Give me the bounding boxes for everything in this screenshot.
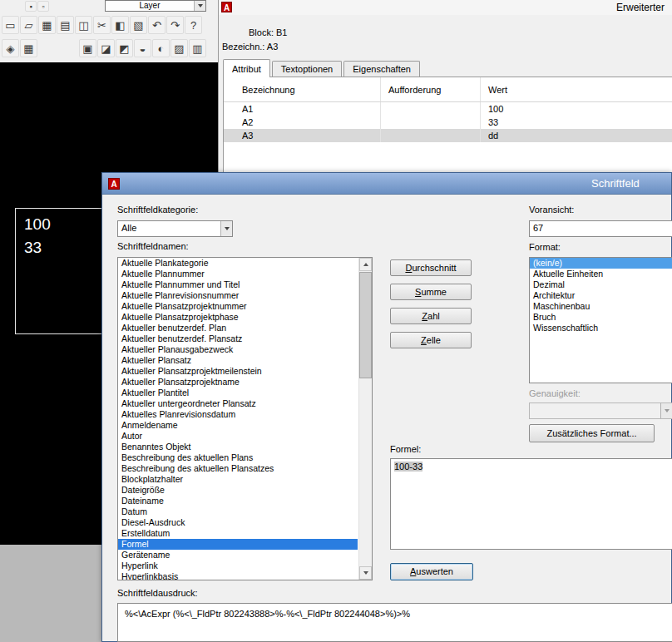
field-name-item[interactable]: Beschreibung des aktuellen Plans <box>118 452 358 463</box>
tab-textoptionen[interactable]: Textoptionen <box>272 61 342 77</box>
snap-icon[interactable]: ◈ <box>2 39 19 57</box>
layer-off-icon[interactable]: ▨ <box>170 39 188 57</box>
table-cell: A1 <box>224 104 380 114</box>
layer-properties-icon[interactable]: ▣ <box>79 39 96 57</box>
toolbar-row-2-left: ◈▦ <box>2 39 37 57</box>
scroll-down-icon[interactable] <box>359 566 372 580</box>
cut-icon[interactable]: ✂ <box>93 16 111 34</box>
field-category-label: Schriftfeldkategorie: <box>117 205 198 215</box>
field-name-item[interactable]: Aktuelle Plannummer und Titel <box>118 279 358 290</box>
layer-walk-icon[interactable]: ▥ <box>189 39 206 57</box>
field-expression-label: Schriftfeldausdruck: <box>117 588 198 598</box>
open-file-icon[interactable]: ▱ <box>20 16 37 34</box>
field-name-item[interactable]: Aktueller Plansatzprojektmeilenstein <box>118 366 358 377</box>
layer-lock-icon[interactable]: ◐ <box>152 39 170 57</box>
additional-format-button[interactable]: Zusätzliches Format... <box>529 424 655 442</box>
field-name-item[interactable]: Benanntes Objekt <box>118 442 358 452</box>
field-name-item[interactable]: Autor <box>118 431 358 442</box>
format-item[interactable]: (kein/e) <box>530 258 672 269</box>
layer-freeze-icon[interactable]: ◒ <box>134 39 151 57</box>
column-header[interactable]: Wert <box>480 77 672 101</box>
field-name-item[interactable]: Erstelldatum <box>118 528 358 539</box>
field-name-item[interactable]: Aktueller Plansatzprojektname <box>118 377 358 388</box>
field-name-item[interactable]: Aktuelle Plansatzprojektnummer <box>118 301 358 312</box>
grid-icon[interactable]: ▦ <box>20 39 37 57</box>
field-name-item[interactable]: Aktuelles Planrevisionsdatum <box>118 409 358 420</box>
table-row[interactable]: A3dd <box>224 129 672 142</box>
plot-icon[interactable]: ▤ <box>57 16 74 34</box>
cell-button[interactable]: Zelle <box>390 332 472 348</box>
scroll-up-icon[interactable] <box>359 258 372 271</box>
field-name-item[interactable]: Aktueller Planausgabezweck <box>118 344 358 355</box>
format-item[interactable]: Bruch <box>530 312 672 323</box>
field-name-item[interactable]: Aktueller Plansatz <box>118 355 358 366</box>
menu-grip-icon[interactable]: ▪ <box>25 1 37 12</box>
column-header[interactable]: Bezeichnung <box>224 85 380 95</box>
field-name-item[interactable]: Datum <box>118 506 358 517</box>
layer-states-icon[interactable]: ◪ <box>97 39 115 57</box>
redo-icon[interactable]: ↷ <box>166 16 184 34</box>
field-name-item[interactable]: Hyperlink <box>118 561 358 571</box>
format-item[interactable]: Architektur <box>530 290 672 301</box>
tab-eigenschaften[interactable]: Eigenschaften <box>343 61 420 77</box>
number-button[interactable]: Zahl <box>390 308 472 324</box>
table-cell: A2 <box>224 117 380 127</box>
workspace-icon[interactable]: ▫ <box>37 1 49 12</box>
plot-preview-icon[interactable]: ◫ <box>75 16 92 34</box>
chevron-down-icon[interactable] <box>194 1 205 11</box>
column-header[interactable]: Aufforderung <box>380 77 480 101</box>
format-item[interactable]: Aktuelle Einheiten <box>530 269 672 279</box>
average-button[interactable]: Durchschnitt <box>390 259 472 276</box>
sum-button[interactable]: Summe <box>390 284 472 300</box>
layer-dropdown-value: Layer <box>106 1 194 11</box>
canvas-attribute-value-top: 100 <box>24 215 51 234</box>
field-names-list: Aktuelle PlankategorieAktuelle Plannumme… <box>118 258 358 580</box>
vertical-scrollbar[interactable] <box>358 258 372 580</box>
copy-icon[interactable]: ◧ <box>111 16 129 34</box>
layer-isolate-icon[interactable]: ◩ <box>116 39 133 57</box>
field-name-item[interactable]: Formel <box>118 539 358 550</box>
chevron-down-icon[interactable] <box>220 221 232 236</box>
format-item[interactable]: Wissenschaftlich <box>530 323 672 333</box>
field-name-item[interactable]: Aktueller Plantitel <box>118 388 358 398</box>
field-name-item[interactable]: Aktuelle Plannummer <box>118 269 358 279</box>
attribute-table-body: A1100A233A3dd <box>224 102 672 142</box>
field-name-item[interactable]: Gerätename <box>118 550 358 561</box>
field-name-item[interactable]: Aktuelle Plansatzprojektphase <box>118 312 358 323</box>
format-listbox[interactable]: (kein/e)Aktuelle EinheitenDezimalArchite… <box>529 257 672 383</box>
format-item[interactable]: Maschinenbau <box>530 301 672 312</box>
evaluate-button[interactable]: Auswerten <box>390 563 473 580</box>
field-dialog-titlebar[interactable]: A Schriftfeld <box>102 173 671 195</box>
field-name-item[interactable]: Aktueller benutzerdef. Plan <box>118 323 358 333</box>
field-name-item[interactable]: Anmeldename <box>118 420 358 431</box>
field-name-item[interactable]: Dateigröße <box>118 485 358 496</box>
paste-icon[interactable]: ▧ <box>130 16 147 34</box>
field-category-dropdown[interactable]: Alle <box>117 220 233 237</box>
field-name-item[interactable]: Beschreibung des aktuellen Plansatzes <box>118 463 358 474</box>
formula-input[interactable]: 100-33 <box>390 458 672 550</box>
format-item[interactable]: Dezimal <box>530 279 672 290</box>
field-name-item[interactable]: Aktueller untergeordneter Plansatz <box>118 398 358 409</box>
scrollbar-thumb[interactable] <box>359 272 372 378</box>
layer-dropdown[interactable]: Layer <box>105 0 206 12</box>
field-name-item[interactable]: Aktuelle Plankategorie <box>118 258 358 269</box>
autocad-logo-icon: A <box>221 2 232 12</box>
field-name-item[interactable]: Hyperlinkbasis <box>118 571 358 580</box>
table-row[interactable]: A1100 <box>224 102 672 116</box>
table-row[interactable]: A233 <box>224 116 672 129</box>
field-name-item[interactable]: Blockplatzhalter <box>118 474 358 485</box>
field-names-listbox[interactable]: Aktuelle PlankategorieAktuelle Plannumme… <box>117 257 373 580</box>
field-name-item[interactable]: Aktuelle Planrevisionsnummer <box>118 290 358 301</box>
attribute-editor-titlebar[interactable]: A Erweiterter <box>219 0 672 15</box>
field-name-item[interactable]: Dateiname <box>118 496 358 506</box>
drawn-rectangle[interactable]: 100 33 <box>15 208 108 334</box>
table-cell <box>380 102 480 116</box>
field-name-item[interactable]: Aktueller benutzerdef. Plansatz <box>118 333 358 344</box>
undo-icon[interactable]: ↶ <box>148 16 166 34</box>
field-name-item[interactable]: Diesel-Ausdruck <box>118 517 358 528</box>
help-icon[interactable]: ? <box>185 16 202 34</box>
save-icon[interactable]: ▦ <box>38 16 56 34</box>
tab-attribut[interactable]: Attribut <box>223 59 270 77</box>
preview-value-box: 67 <box>529 220 672 237</box>
new-file-icon[interactable]: ▭ <box>2 16 19 34</box>
